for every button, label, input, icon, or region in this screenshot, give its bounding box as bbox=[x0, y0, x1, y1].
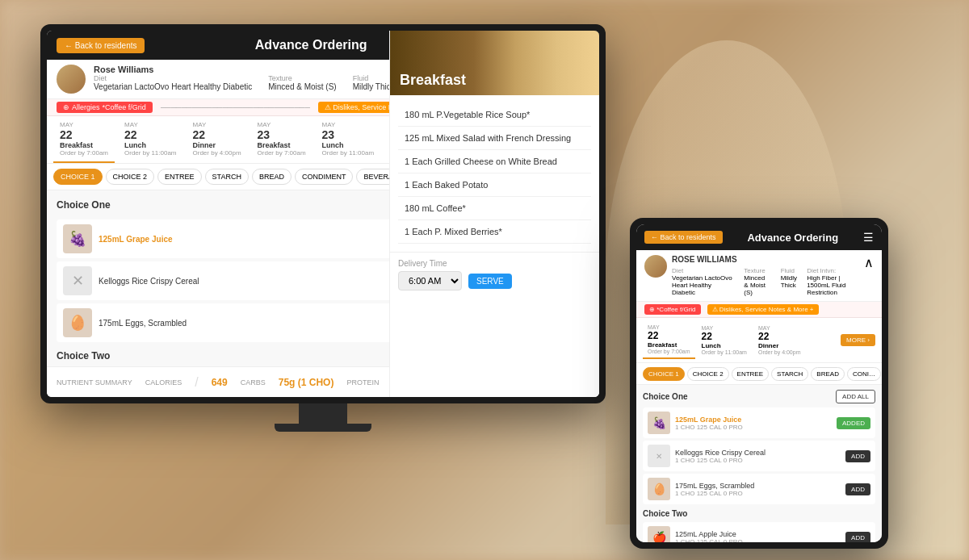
tab-entree[interactable]: ENTREE bbox=[157, 169, 202, 185]
allergy-value: *Coffee f/Grid bbox=[103, 103, 146, 111]
tablet-dislikes-plus: + bbox=[810, 306, 814, 313]
allergy-icon: ⊕ bbox=[63, 103, 69, 111]
tablet-date-item-0[interactable]: MAY 22 Breakfast Order by 7:00am bbox=[643, 321, 695, 359]
tablet-date-item-1[interactable]: MAY 22 Lunch Order by 11:00am bbox=[697, 322, 752, 358]
tablet-allergy-tag: ⊕ *Coffee f/Grid bbox=[644, 304, 701, 315]
tablet-collapse-icon[interactable]: ∧ bbox=[864, 255, 874, 270]
allergy-label: Allergies bbox=[72, 103, 100, 111]
tablet-tab-starch[interactable]: STARCH bbox=[771, 367, 808, 381]
date-num-0: 22 bbox=[60, 128, 108, 141]
tablet: ← Back to residents Advance Ordering ☰ R… bbox=[630, 218, 888, 549]
avatar bbox=[57, 65, 86, 94]
tablet-menu-item: ✕ Kelloggs Rice Crispy Cereal 1 CHO 125 … bbox=[643, 441, 875, 471]
tablet-menu-item: 🍎 125mL Apple Juice 1 CHO 125 CAL 0 PRO … bbox=[643, 522, 875, 542]
tablet-eggs-name: 175mL Eggs, Scrambled bbox=[675, 482, 841, 490]
tablet-item-img-cereal: ✕ bbox=[648, 445, 670, 467]
serve-button[interactable]: SERVE bbox=[468, 274, 512, 289]
tab-choice2[interactable]: CHOICE 2 bbox=[106, 169, 155, 185]
tablet-item-img-eggs: 🥚 bbox=[648, 478, 670, 500]
item-image-cereal: ✕ bbox=[63, 266, 92, 295]
time-select[interactable]: 6:00 AM bbox=[398, 271, 462, 290]
tab-starch[interactable]: STARCH bbox=[205, 169, 249, 185]
tablet-dislikes-label: Dislikes, Service Notes & More bbox=[719, 306, 808, 313]
monitor-frame: ← Back to residents Advance Ordering SUP… bbox=[40, 24, 606, 403]
tablet-added-grape-juice[interactable]: ADDED bbox=[837, 417, 870, 429]
tablet-alerts: ⊕ *Coffee f/Grid ⚠ Dislikes, Service Not… bbox=[636, 302, 882, 318]
hamburger-icon[interactable]: ☰ bbox=[863, 231, 874, 244]
carbs-label: CARBS bbox=[241, 378, 266, 387]
bfast-item-3: 1 Each Baked Potato bbox=[398, 173, 591, 197]
tablet-add-apple-juice[interactable]: ADD bbox=[845, 532, 870, 543]
tablet-title: Advance Ordering bbox=[747, 232, 838, 244]
tablet-back-button[interactable]: ← Back to residents bbox=[644, 231, 723, 244]
carbs-value: 75g (1 CHO) bbox=[279, 377, 334, 388]
tablet-avatar bbox=[644, 255, 667, 278]
tab-choice1[interactable]: CHOICE 1 bbox=[53, 169, 103, 185]
item-image-grape-juice: 🍇 bbox=[63, 224, 92, 253]
tablet-grape-juice-name: 125mL Grape Juice bbox=[675, 416, 832, 424]
tablet-choice-one-header: Choice One ADD ALL bbox=[643, 390, 875, 403]
tablet-patient-details: Diet Vegetarian LactoOvo Heart Healthy D… bbox=[672, 267, 859, 296]
protein-label: PROTEIN bbox=[346, 378, 379, 387]
tablet-more-button[interactable]: MORE › bbox=[841, 334, 875, 346]
tablet-intrvn-label: Diet Intvn: bbox=[807, 267, 859, 274]
monitor-base bbox=[275, 424, 371, 432]
date-item-0[interactable]: MAY 22 Breakfast Order by 7:00am bbox=[53, 116, 115, 163]
delivery-label: Delivery Time bbox=[398, 259, 591, 268]
breakfast-panel: Breakfast 180 mL P.Vegetable Rice Soup* … bbox=[389, 164, 599, 397]
fluid-value: Mildly Thick bbox=[353, 82, 395, 91]
tablet-eggs-macros: 1 CHO 125 CAL 0 PRO bbox=[675, 490, 841, 497]
tablet-apple-juice-name: 125mL Apple Juice bbox=[675, 530, 841, 538]
tablet-tab-choice1[interactable]: CHOICE 1 bbox=[643, 367, 685, 381]
tablet-dislikes-tag[interactable]: ⚠ Dislikes, Service Notes & More + bbox=[707, 304, 819, 315]
tablet-fluid-value: Mildly Thick bbox=[781, 274, 798, 289]
date-time-0: Order by 7:00am bbox=[60, 149, 108, 157]
fluid-label: Fluid bbox=[353, 74, 395, 82]
tablet-choice-one-title: Choice One bbox=[643, 392, 688, 401]
tablet-tab-bread[interactable]: BREAD bbox=[811, 367, 845, 381]
choice-two-title: Choice Two bbox=[57, 350, 110, 361]
tablet-tab-coni[interactable]: CONI… bbox=[847, 367, 881, 381]
tablet-add-cereal[interactable]: ADD bbox=[845, 450, 870, 462]
tablet-frame: ← Back to residents Advance Ordering ☰ R… bbox=[630, 218, 888, 549]
tablet-diet-value: Vegetarian LactoOvo Heart Healthy Diabet… bbox=[672, 274, 734, 296]
tablet-add-eggs[interactable]: ADD bbox=[845, 483, 870, 495]
bfast-item-5: 1 Each P. Mixed Berries* bbox=[398, 220, 591, 244]
monitor-screen: ← Back to residents Advance Ordering SUP… bbox=[47, 31, 599, 397]
tablet-add-all-button[interactable]: ADD ALL bbox=[836, 390, 875, 403]
tablet-date-item-2[interactable]: MAY 22 Dinner Order by 4:00pm bbox=[753, 322, 806, 358]
date-item-2[interactable]: MAY 22 Dinner Order by 4:00pm bbox=[187, 116, 248, 163]
item-image-eggs: 🥚 bbox=[63, 308, 92, 337]
calories-value: 649 bbox=[212, 377, 228, 388]
tablet-cereal-name: Kelloggs Rice Crispy Cereal bbox=[675, 449, 841, 457]
back-to-residents-button[interactable]: ← Back to residents bbox=[57, 38, 145, 53]
date-meal-0: Breakfast bbox=[60, 141, 108, 149]
date-item-4[interactable]: MAY 23 Lunch Order by 11:00am bbox=[316, 116, 380, 163]
tablet-texture-value: Minced & Moist (S) bbox=[744, 274, 770, 296]
tablet-patient-name: ROSE WILLIAMS bbox=[672, 255, 859, 264]
tab-condiment[interactable]: CONDIMENT bbox=[295, 169, 354, 185]
diet-value: Vegetarian LactoOvo Heart Healthy Diabet… bbox=[94, 82, 252, 91]
tablet-tab-entree[interactable]: ENTREE bbox=[732, 367, 769, 381]
date-item-3[interactable]: MAY 23 Breakfast Order by 7:00am bbox=[251, 116, 313, 163]
tablet-category-tabs: CHOICE 1 CHOICE 2 ENTREE STARCH BREAD CO… bbox=[636, 363, 882, 385]
date-day-0: MAY bbox=[60, 121, 108, 128]
tablet-intrvn-value: High Fiber | 1500mL Fluid Restriction bbox=[807, 274, 859, 296]
tablet-fluid-label: Fluid bbox=[781, 267, 798, 274]
tablet-texture-label: Texture bbox=[744, 267, 770, 274]
tablet-choice-two-title: Choice Two bbox=[643, 509, 687, 518]
tablet-screen: ← Back to residents Advance Ordering ☰ R… bbox=[636, 224, 882, 542]
bfast-item-2: 1 Each Grilled Cheese on White Bread bbox=[398, 164, 591, 173]
breakfast-items: 180 mL P.Vegetable Rice Soup* 125 mL Mix… bbox=[390, 164, 599, 252]
nutrient-summary-label: NUTRIENT SUMMARY bbox=[57, 378, 132, 387]
app-title: Advance Ordering bbox=[255, 38, 367, 52]
tablet-apple-juice-macros: 1 CHO 125 CAL 0 PRO bbox=[675, 538, 841, 543]
date-item-1[interactable]: MAY 22 Lunch Order by 11:00am bbox=[118, 116, 182, 163]
tablet-menu-item: 🥚 175mL Eggs, Scrambled 1 CHO 125 CAL 0 … bbox=[643, 474, 875, 504]
tab-bread[interactable]: BREAD bbox=[252, 169, 292, 185]
tablet-tab-choice2[interactable]: CHOICE 2 bbox=[687, 367, 729, 381]
tablet-patient-bar: ROSE WILLIAMS Diet Vegetarian LactoOvo H… bbox=[636, 250, 882, 302]
tablet-header: ← Back to residents Advance Ordering ☰ bbox=[636, 224, 882, 250]
screen-main: CHOICE 1 CHOICE 2 ENTREE STARCH BREAD CO… bbox=[47, 164, 599, 397]
delivery-section: Delivery Time 6:00 AM SERVE bbox=[390, 252, 599, 297]
